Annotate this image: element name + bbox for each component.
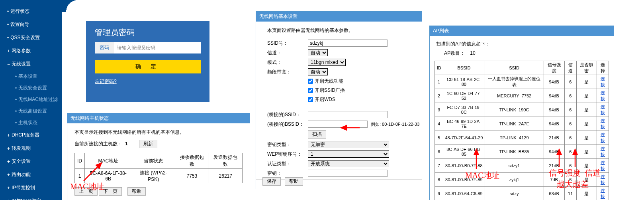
bullet-icon: • [15, 120, 17, 126]
sidebar-item-qss[interactable]: •QSS安全设置 [0, 31, 62, 44]
sidebar: •运行状态 •设置向导 •QSS安全设置 +网络参数 −无线设置 •基本设置 •… [0, 0, 62, 200]
cell: 21dB [544, 159, 564, 173]
sidebar-sub-security[interactable]: •无线安全设置 [0, 82, 62, 94]
apcount-row: AP数目： 10 [444, 50, 609, 57]
channel-select[interactable]: 自动 [308, 49, 328, 56]
apcount-label: AP数目： [444, 50, 465, 56]
bridge-ssid-input[interactable] [308, 111, 388, 118]
table-row: 880-81-00-B0-7F-89zykj17dB6是连接 [435, 173, 609, 187]
plus-icon: + [7, 172, 10, 178]
sidebar-label: 基本设置 [18, 73, 37, 80]
help-button[interactable]: 帮助 [285, 177, 303, 186]
cell: 8C-A6-DF-66-BB-85 [443, 145, 485, 159]
cell: 9 [435, 187, 443, 200]
scan-button[interactable]: 扫描 [308, 130, 326, 139]
host-table: IDMAC地址当前状态接收数据包数发送数据包数 15C-A8-6A-1F-38-… [74, 153, 243, 183]
sidebar-item-forward[interactable]: +转发规则 [0, 142, 62, 155]
bridge-bssid-input[interactable] [308, 121, 368, 128]
cell: 是 [576, 187, 597, 200]
sidebar-item-security[interactable]: +安全设置 [0, 155, 62, 168]
connect-link[interactable]: 连接 [601, 188, 605, 199]
cell: TP-LINK_2A7E [485, 117, 544, 131]
cell: C0-61-18-AB-2C-80 [443, 75, 485, 89]
cell: 6 [564, 159, 576, 173]
cell: 6 [564, 145, 576, 159]
confirm-button[interactable]: 确 定 [95, 60, 201, 73]
bridge-ssid-label: (桥接的)SSID： [267, 111, 308, 118]
connect-link[interactable]: 连接 [601, 160, 605, 171]
count-value: 1 [125, 141, 128, 147]
aplist-desc: 扫描到的AP的信息如下： [436, 41, 609, 48]
cell: 6 [564, 131, 576, 145]
cell: 4 [435, 117, 443, 131]
sidebar-item-dhcp[interactable]: +DHCP服务器 [0, 129, 62, 142]
table-row: 68C-A6-DF-66-BB-85TP-LINK_BB8594dB6是连接 [435, 145, 609, 159]
apcount-value: 10 [470, 50, 475, 56]
bssid-example: 例如: 00-1D-0F-11-22-33 [371, 121, 419, 127]
help-button[interactable]: 帮助 [127, 187, 146, 196]
band-label: 频段带宽： [267, 69, 308, 75]
table-row: 3FC-D7-33-7B-19-0CTP-LINK_190C94dB6是连接 [435, 103, 609, 117]
sidebar-item-wireless[interactable]: −无线设置 [0, 57, 62, 71]
col-header: SSID [485, 61, 544, 75]
band-select[interactable]: 自动 [308, 68, 328, 75]
connect-link[interactable]: 连接 [601, 118, 605, 129]
sidebar-item-route[interactable]: +路由功能 [0, 168, 62, 181]
sidebar-item-ipmac[interactable]: +IP与MAC绑定 [0, 194, 62, 200]
sidebar-sub-basic[interactable]: •基本设置 [0, 71, 62, 82]
authtype-select[interactable]: 开放系统 [308, 160, 389, 167]
cell: 是 [576, 159, 597, 173]
connect-link[interactable]: 连接 [601, 104, 605, 115]
plus-icon: + [7, 48, 10, 54]
connect-link[interactable]: 连接 [601, 146, 605, 157]
plus-icon: + [7, 198, 10, 200]
bullet-icon: • [15, 74, 17, 79]
bullet-icon: • [15, 109, 17, 114]
sidebar-item-network[interactable]: +网络参数 [0, 44, 62, 57]
sidebar-item-bandwidth[interactable]: +IP带宽控制 [0, 181, 62, 194]
cell: TP-LINK_190C [485, 103, 544, 117]
wireless-panel: 无线网络基本设置 本页面设置路由器无线网络的基本参数。 SSID号： 信道：自动… [256, 11, 422, 189]
col-header: 选择 [597, 61, 609, 75]
wepidx-select[interactable]: 1 [308, 150, 389, 158]
sidebar-item-status[interactable]: •运行状态 [0, 5, 62, 18]
keytype-label: 密钥类型： [267, 141, 308, 148]
key-input[interactable] [308, 170, 388, 177]
sidebar-label: 设置向导 [10, 21, 29, 28]
enable-ssid-checkbox[interactable] [308, 88, 313, 93]
next-button[interactable]: 下一页 [99, 187, 122, 196]
connect-link[interactable]: 连接 [601, 174, 605, 185]
sidebar-item-wizard[interactable]: •设置向导 [0, 18, 62, 31]
connect-link[interactable]: 连接 [601, 90, 605, 101]
sidebar-sub-hosts[interactable]: •主机状态 [0, 117, 62, 129]
minus-icon: − [7, 61, 10, 67]
enable-wireless-checkbox[interactable] [308, 79, 313, 84]
save-button[interactable]: 保存 [262, 177, 281, 186]
forgot-password-link[interactable]: 忘记密码? [95, 79, 117, 84]
sidebar-sub-macfilter[interactable]: •无线MAC地址过滤 [0, 94, 62, 105]
prev-button[interactable]: 上一页 [74, 187, 98, 196]
cell: 2 [435, 89, 443, 103]
sidebar-sub-advanced[interactable]: •无线高级设置 [0, 105, 62, 117]
cell: MERCURY_7752 [485, 89, 544, 103]
plus-icon: + [7, 133, 10, 138]
host-table-head: IDMAC地址当前状态接收数据包数发送数据包数 [75, 153, 243, 169]
cell: 是 [576, 103, 597, 117]
connect-link[interactable]: 连接 [601, 132, 605, 143]
connect-link[interactable]: 连接 [601, 76, 605, 87]
enable-wds-checkbox[interactable] [308, 97, 313, 102]
cell: 6 [564, 103, 576, 117]
ssid-input[interactable] [308, 40, 388, 47]
table-row: 780-81-00-B0-7F-88sdzy121dB6是连接 [435, 159, 609, 173]
sidebar-label: 转发规则 [12, 145, 31, 152]
col-header: 当前状态 [132, 153, 175, 169]
password-input[interactable] [114, 43, 201, 53]
cell: 是 [576, 131, 597, 145]
col-header: ID [75, 153, 85, 169]
keytype-select[interactable]: 无加密 [308, 141, 389, 148]
login-panel: 管理员密码 密码 确 定 忘记密码? [86, 21, 209, 102]
refresh-button[interactable]: 刷新 [139, 140, 157, 148]
cell: 11 [564, 187, 576, 200]
aplist-table: IDBSSIDSSID信号强度信道是否加密选择 1C0-61-18-AB-2C-… [435, 61, 609, 200]
mode-select[interactable]: 11bgn mixed [308, 59, 346, 66]
